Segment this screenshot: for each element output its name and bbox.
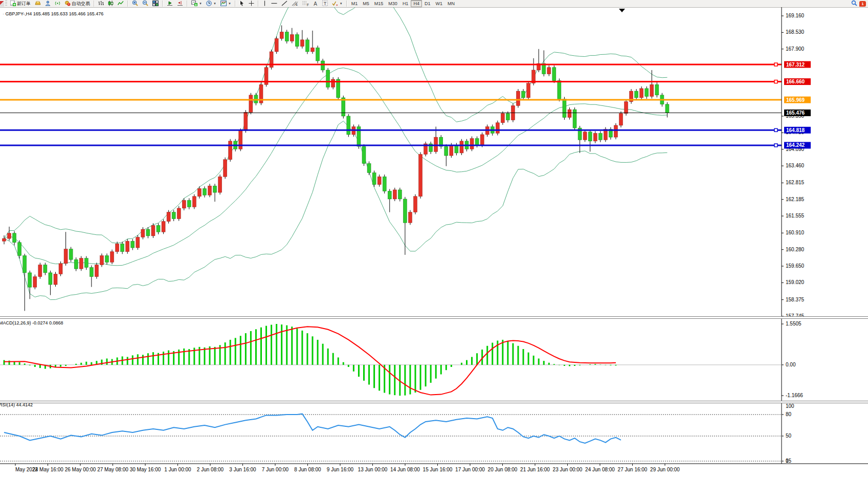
zoom-in-button[interactable] bbox=[130, 0, 140, 8]
templates-button[interactable]: ▼ bbox=[218, 0, 233, 8]
zoom-group bbox=[130, 0, 161, 7]
timeframe-button-mn[interactable]: MN bbox=[445, 0, 457, 7]
periods-button[interactable]: ▼ bbox=[204, 0, 218, 8]
svg-text:165.476: 165.476 bbox=[786, 110, 805, 116]
channel-button[interactable]: E bbox=[290, 0, 300, 8]
timeframe-button-d1[interactable]: D1 bbox=[422, 0, 433, 7]
timeframe-button-w1[interactable]: W1 bbox=[433, 0, 445, 7]
zoom-out-button[interactable] bbox=[140, 0, 150, 8]
arrows-button[interactable]: ▼ bbox=[330, 0, 345, 8]
rsi-pane-separator[interactable] bbox=[0, 401, 868, 403]
timeframe-group: M1M5M15M30H1H4D1W1MN bbox=[349, 0, 457, 7]
vline-button[interactable] bbox=[260, 0, 269, 8]
svg-text:0.00: 0.00 bbox=[786, 362, 796, 367]
macd-label: MACD(12,26,9) -0.0274 0.0868 bbox=[0, 320, 63, 325]
bollinger-lower bbox=[4, 121, 667, 300]
hline-button[interactable] bbox=[269, 0, 279, 8]
chevron-down-icon[interactable]: ▼ bbox=[199, 2, 202, 5]
crosshair-button[interactable] bbox=[247, 0, 256, 8]
svg-text:165.969: 165.969 bbox=[786, 97, 805, 103]
timeframe-button-h4[interactable]: H4 bbox=[411, 0, 422, 7]
new-order-button[interactable]: 新订单 bbox=[8, 0, 33, 8]
svg-text:F: F bbox=[307, 3, 309, 6]
svg-text:80: 80 bbox=[786, 411, 792, 417]
line-chart-button[interactable] bbox=[116, 0, 126, 8]
macd-pane: 1.55050.00-1.1666 bbox=[0, 321, 803, 398]
toolbar-separator bbox=[162, 1, 163, 7]
draw-tools-group: EFAT▼ bbox=[260, 0, 345, 7]
template-icon bbox=[220, 1, 227, 7]
svg-text:162.185: 162.185 bbox=[786, 197, 805, 202]
tile-windows-icon bbox=[152, 1, 159, 7]
indicators-button[interactable]: ▼ bbox=[189, 0, 204, 8]
svg-text:3 Jun 16:00: 3 Jun 16:00 bbox=[229, 467, 256, 472]
chart-svg: 169.160168.530167.900165.350164.720164.0… bbox=[0, 7, 868, 478]
main-toolbar: 新订单自动交易 ▼▼▼ EFAT▼ M1M5M15M30H1H4D1W1MN 1 bbox=[0, 0, 868, 8]
svg-text:160.280: 160.280 bbox=[786, 247, 805, 252]
timeframe-button-m5[interactable]: M5 bbox=[360, 0, 372, 7]
svg-text:7 Jun 00:00: 7 Jun 00:00 bbox=[262, 467, 289, 472]
search-icon[interactable] bbox=[851, 0, 857, 7]
svg-text:159.650: 159.650 bbox=[786, 263, 805, 269]
timeframe-button-h1[interactable]: H1 bbox=[400, 0, 411, 7]
profile-button[interactable] bbox=[43, 0, 53, 8]
price-lines[interactable] bbox=[0, 63, 782, 147]
new-order-icon bbox=[10, 1, 16, 7]
fibonacci-button[interactable]: F bbox=[300, 0, 311, 8]
signals-button[interactable] bbox=[53, 0, 62, 8]
macd-pane-separator[interactable] bbox=[0, 316, 868, 319]
tile-windows-button[interactable] bbox=[150, 0, 161, 8]
hline-handle[interactable] bbox=[774, 144, 777, 147]
svg-text:14 Jun 08:00: 14 Jun 08:00 bbox=[390, 467, 420, 472]
hline-handle[interactable] bbox=[774, 80, 777, 83]
hline-handle[interactable] bbox=[774, 63, 777, 66]
rsi-pane: 8050151000 bbox=[0, 403, 794, 464]
svg-text:20 Jun 08:00: 20 Jun 08:00 bbox=[488, 467, 518, 472]
chevron-down-icon[interactable]: ▼ bbox=[340, 2, 343, 5]
autotrading-button[interactable]: 自动交易 bbox=[62, 0, 92, 8]
svg-text:15 Jun 16:00: 15 Jun 16:00 bbox=[423, 467, 453, 472]
chevron-down-icon[interactable]: ▼ bbox=[228, 2, 231, 5]
timeframe-button-m1[interactable]: M1 bbox=[349, 0, 361, 7]
svg-text:9 Jun 16:00: 9 Jun 16:00 bbox=[327, 467, 354, 472]
bar-chart-button[interactable] bbox=[96, 0, 106, 8]
person-icon bbox=[45, 1, 51, 7]
svg-text:8 Jun 08:00: 8 Jun 08:00 bbox=[294, 467, 321, 472]
toolbar-right: 1 bbox=[851, 0, 868, 7]
chart-shift-button[interactable] bbox=[175, 0, 185, 8]
text-button[interactable]: A bbox=[311, 0, 320, 8]
svg-text:T: T bbox=[324, 1, 327, 6]
trendline-button[interactable] bbox=[279, 0, 290, 8]
auto-scroll-button[interactable] bbox=[165, 0, 175, 8]
svg-text:E: E bbox=[296, 3, 298, 6]
scroll-group bbox=[165, 0, 185, 7]
cursor-icon bbox=[239, 1, 244, 7]
candlestick-button[interactable] bbox=[106, 0, 116, 8]
svg-text:166.660: 166.660 bbox=[786, 79, 805, 84]
chart-area[interactable]: 169.160168.530167.900165.350164.720164.0… bbox=[0, 7, 868, 478]
svg-text:100: 100 bbox=[786, 403, 794, 409]
hline-handle[interactable] bbox=[774, 128, 777, 132]
chart-shift-marker-icon[interactable] bbox=[619, 9, 625, 12]
svg-text:168.530: 168.530 bbox=[786, 29, 805, 35]
chevron-down-icon[interactable]: ▼ bbox=[213, 2, 216, 5]
notification-badge[interactable]: 1 bbox=[859, 1, 866, 7]
svg-text:159.020: 159.020 bbox=[786, 279, 805, 285]
svg-text:A: A bbox=[314, 1, 317, 6]
toolbar-separator bbox=[258, 1, 259, 7]
svg-text:17 Jun 00:00: 17 Jun 00:00 bbox=[455, 467, 485, 472]
indicators-icon bbox=[191, 1, 197, 7]
svg-text:23 Jun 00:00: 23 Jun 00:00 bbox=[553, 467, 583, 472]
svg-text:162.815: 162.815 bbox=[786, 180, 805, 185]
timeframe-button-m15[interactable]: M15 bbox=[372, 0, 386, 7]
market-button[interactable] bbox=[33, 0, 43, 8]
toolbar-separator bbox=[235, 1, 236, 7]
svg-text:158.375: 158.375 bbox=[786, 297, 805, 302]
text-a-icon: A bbox=[313, 1, 318, 7]
auto-scroll-icon bbox=[167, 1, 173, 7]
svg-text:24 Jun 08:00: 24 Jun 08:00 bbox=[585, 467, 615, 472]
toolbar-grip[interactable] bbox=[5, 1, 7, 7]
label-button[interactable]: T bbox=[320, 0, 330, 8]
cursor-button[interactable] bbox=[237, 0, 247, 8]
timeframe-button-m30[interactable]: M30 bbox=[386, 0, 400, 7]
